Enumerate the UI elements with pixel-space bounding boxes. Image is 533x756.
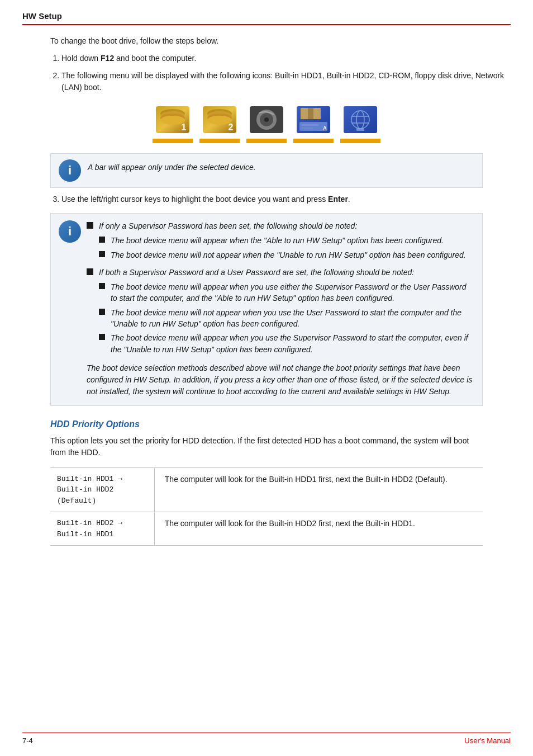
bullet-sq-2 [87, 268, 93, 275]
step1-bold: F12 [101, 54, 114, 63]
sub-1-1-text: The boot device menu will appear when th… [111, 235, 444, 246]
floppy-icon-svg: A [294, 103, 333, 137]
hdd-row1-code: Built-in HDD1 → Built-in HDD2 (Default) [50, 467, 154, 512]
boot-icon-floppy: A [293, 103, 334, 143]
info-box-bar: i A bar will appear only under the selec… [50, 153, 483, 188]
svg-rect-20 [302, 124, 318, 126]
network-bar [340, 139, 380, 143]
sub-item-2-3: The boot device menu will appear when yo… [99, 332, 474, 355]
hdd-section-heading: HDD Priority Options [50, 419, 483, 429]
note-content: If only a Supervisor Password has been s… [87, 220, 474, 398]
sub-item-2-2: The boot device menu will not appear whe… [99, 307, 474, 330]
svg-rect-21 [302, 127, 313, 129]
hdd-row-2: Built-in HDD2 → Built-in HDD1 The comput… [50, 512, 483, 546]
info-icon-2: i [59, 220, 81, 243]
sub-list-2: The boot device menu will appear when yo… [99, 281, 474, 355]
bullet-item-1: If only a Supervisor Password has been s… [87, 220, 474, 263]
boot-icon-hdd1: 1 [153, 103, 193, 143]
header-title: HW Setup [22, 11, 62, 21]
svg-point-15 [264, 117, 269, 122]
hdd-table: Built-in HDD1 → Built-in HDD2 (Default) … [50, 467, 483, 546]
svg-rect-28 [356, 128, 364, 131]
hdd-row1-desc: The computer will look for the Built-in … [154, 467, 483, 512]
bullet-sq-1 [87, 222, 93, 229]
svg-text:2: 2 [229, 122, 234, 132]
step-3: Use the left/right cursor keys to highli… [61, 193, 511, 205]
network-icon-svg [341, 103, 380, 137]
hdd1-bar [153, 139, 193, 143]
footer-manual-link: User's Manual [464, 736, 511, 745]
bullet-list-main: If only a Supervisor Password has been s… [87, 220, 474, 358]
floppy-bar [293, 139, 334, 143]
bullet-2-text: If both a Supervisor Password and a User… [99, 268, 414, 277]
note-icon-col: i [59, 220, 81, 398]
step-1: Hold down F12 and boot the computer. [61, 53, 511, 64]
hdd2-bar [199, 139, 240, 143]
step3-list: Use the left/right cursor keys to highli… [61, 193, 511, 205]
sub-2-3-text: The boot device menu will appear when yo… [111, 332, 474, 355]
bullet-sq-sub-2-2 [99, 309, 105, 315]
info-note-text: A bar will appear only under the selecte… [88, 159, 256, 173]
hdd2-icon-svg: 2 [200, 103, 239, 137]
boot-icon-network [340, 103, 380, 143]
bullet-1-text: If only a Supervisor Password has been s… [99, 221, 357, 230]
sub-item-2-1: The boot device menu will appear when yo… [99, 281, 474, 304]
svg-text:1: 1 [182, 122, 187, 132]
boot-icons-row: 1 2 [22, 103, 511, 143]
boot-icon-hdd2: 2 [199, 103, 240, 143]
steps-list: Hold down F12 and boot the computer. The… [61, 53, 511, 93]
step-2: The following menu will be displayed wit… [61, 70, 511, 93]
cdrom-icon-svg [247, 103, 286, 137]
page-footer: 7-4 User's Manual [22, 733, 511, 745]
note-bottom-text: The boot device selection methods descri… [87, 362, 474, 398]
bullet-1-content: If only a Supervisor Password has been s… [99, 220, 466, 263]
bullet-sq-sub-2-3 [99, 334, 105, 340]
bullet-item-2: If both a Supervisor Password and a User… [87, 267, 474, 358]
sub-list-1: The boot device menu will appear when th… [99, 235, 466, 261]
hdd-row2-code: Built-in HDD2 → Built-in HDD1 [50, 512, 154, 546]
note-box-passwords: i If only a Supervisor Password has been… [50, 213, 483, 406]
info-icon-1: i [59, 159, 81, 182]
footer-page-number: 7-4 [22, 736, 33, 745]
page-header: HW Setup [22, 11, 511, 25]
sub-2-2-text: The boot device menu will not appear whe… [111, 307, 474, 330]
boot-icon-cdrom [246, 103, 287, 143]
intro-text: To change the boot drive, follow the ste… [50, 35, 511, 47]
sub-2-1-text: The boot device menu will appear when yo… [111, 281, 474, 304]
sub-item-1-1: The boot device menu will appear when th… [99, 235, 466, 246]
bullet-sq-sub-1-2 [99, 251, 105, 257]
hdd-row2-desc: The computer will look for the Built-in … [154, 512, 483, 546]
bullet-sq-sub-2-1 [99, 283, 105, 289]
svg-rect-18 [308, 108, 313, 119]
cdrom-bar [246, 139, 287, 143]
svg-text:A: A [323, 125, 327, 131]
hdd1-icon-svg: 1 [153, 103, 192, 137]
sub-1-2-text: The boot device menu will not appear whe… [111, 249, 466, 261]
hdd-row-1: Built-in HDD1 → Built-in HDD2 (Default) … [50, 467, 483, 512]
sub-item-1-2: The boot device menu will not appear whe… [99, 249, 466, 261]
bullet-2-content: If both a Supervisor Password and a User… [99, 267, 474, 358]
bullet-sq-sub-1-1 [99, 237, 105, 243]
step3-bold: Enter [328, 195, 348, 204]
hdd-section-body: This option lets you set the priority fo… [50, 435, 483, 459]
